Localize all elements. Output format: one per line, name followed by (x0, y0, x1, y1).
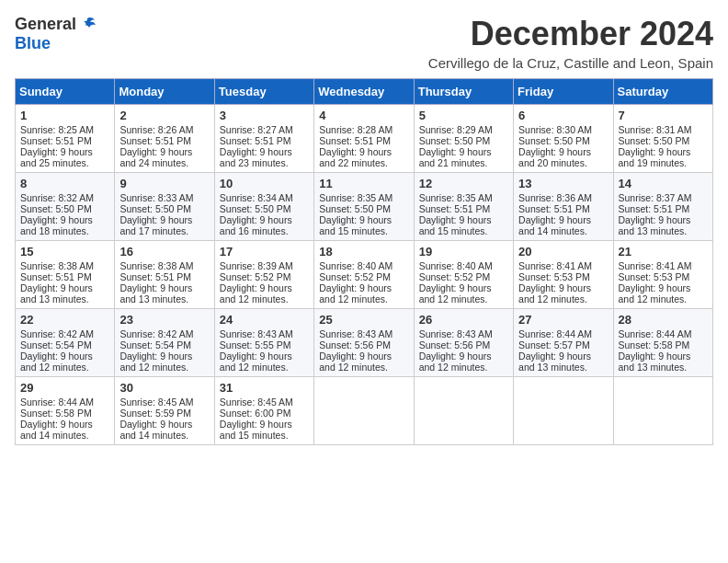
calendar-table: SundayMondayTuesdayWednesdayThursdayFrid… (15, 78, 713, 445)
daylight-label: Daylight: 9 hours and 15 minutes. (319, 214, 392, 236)
calendar-cell: 13 Sunrise: 8:36 AM Sunset: 5:51 PM Dayl… (514, 173, 613, 241)
day-number: 6 (518, 109, 608, 122)
day-number: 28 (619, 313, 708, 327)
sunrise-label: Sunrise: 8:32 AM (20, 192, 94, 203)
calendar-cell: 1 Sunrise: 8:25 AM Sunset: 5:51 PM Dayli… (16, 105, 115, 173)
sunset-label: Sunset: 6:00 PM (220, 408, 291, 419)
calendar-cell: 22 Sunrise: 8:42 AM Sunset: 5:54 PM Dayl… (16, 309, 115, 377)
calendar-cell: 17 Sunrise: 8:39 AM Sunset: 5:52 PM Dayl… (214, 241, 313, 309)
daylight-label: Daylight: 9 hours and 12 minutes. (319, 282, 392, 304)
logo: General Blue (15, 15, 97, 53)
logo-general: General (15, 15, 76, 34)
calendar-cell: 23 Sunrise: 8:42 AM Sunset: 5:54 PM Dayl… (115, 309, 214, 377)
day-number: 19 (419, 245, 508, 259)
calendar-cell: 8 Sunrise: 8:32 AM Sunset: 5:50 PM Dayli… (16, 173, 115, 241)
day-number: 22 (20, 313, 109, 327)
sunset-label: Sunset: 5:52 PM (319, 271, 391, 282)
day-number: 31 (220, 381, 309, 395)
calendar-cell (613, 377, 712, 445)
sunset-label: Sunset: 5:50 PM (518, 135, 590, 146)
day-number: 25 (319, 313, 408, 327)
sunrise-label: Sunrise: 8:41 AM (619, 260, 692, 271)
calendar-cell: 29 Sunrise: 8:44 AM Sunset: 5:58 PM Dayl… (16, 377, 115, 445)
daylight-label: Daylight: 9 hours and 22 minutes. (319, 146, 392, 168)
title-block: December 2024 Cervillego de la Cruz, Cas… (428, 15, 713, 71)
day-number: 7 (619, 109, 708, 122)
sunrise-label: Sunrise: 8:39 AM (220, 260, 293, 271)
sunset-label: Sunset: 5:57 PM (518, 339, 590, 350)
daylight-label: Daylight: 9 hours and 12 minutes. (220, 350, 292, 373)
sunrise-label: Sunrise: 8:41 AM (518, 260, 592, 271)
day-number: 12 (419, 177, 508, 190)
sunrise-label: Sunrise: 8:28 AM (319, 124, 392, 135)
day-number: 5 (419, 109, 508, 122)
sunrise-label: Sunrise: 8:42 AM (119, 328, 193, 339)
daylight-label: Daylight: 9 hours and 23 minutes. (220, 146, 292, 168)
day-number: 14 (619, 177, 708, 190)
day-number: 10 (220, 177, 309, 190)
calendar-week-row: 15 Sunrise: 8:38 AM Sunset: 5:51 PM Dayl… (16, 241, 713, 309)
calendar-weekday-header: Monday (115, 79, 214, 105)
sunset-label: Sunset: 5:51 PM (319, 135, 391, 146)
day-number: 9 (119, 177, 209, 190)
day-number: 24 (220, 313, 309, 327)
sunrise-label: Sunrise: 8:43 AM (419, 328, 493, 339)
daylight-label: Daylight: 9 hours and 12 minutes. (619, 282, 691, 304)
daylight-label: Daylight: 9 hours and 21 minutes. (419, 146, 492, 168)
daylight-label: Daylight: 9 hours and 12 minutes. (419, 282, 492, 304)
calendar-cell: 28 Sunrise: 8:44 AM Sunset: 5:58 PM Dayl… (613, 309, 712, 377)
daylight-label: Daylight: 9 hours and 12 minutes. (518, 282, 591, 304)
calendar-week-row: 22 Sunrise: 8:42 AM Sunset: 5:54 PM Dayl… (16, 309, 713, 377)
sunrise-label: Sunrise: 8:38 AM (20, 260, 94, 271)
daylight-label: Daylight: 9 hours and 13 minutes. (619, 214, 691, 236)
sunset-label: Sunset: 5:51 PM (220, 135, 291, 146)
calendar-cell: 26 Sunrise: 8:43 AM Sunset: 5:56 PM Dayl… (414, 309, 513, 377)
sunrise-label: Sunrise: 8:42 AM (20, 328, 94, 339)
sunset-label: Sunset: 5:56 PM (319, 339, 391, 350)
daylight-label: Daylight: 9 hours and 14 minutes. (20, 419, 93, 441)
sunrise-label: Sunrise: 8:34 AM (220, 192, 293, 203)
sunrise-label: Sunrise: 8:27 AM (220, 124, 293, 135)
sunset-label: Sunset: 5:52 PM (220, 271, 291, 282)
sunset-label: Sunset: 5:54 PM (20, 339, 92, 350)
calendar-cell (314, 377, 414, 445)
sunset-label: Sunset: 5:51 PM (518, 203, 590, 214)
calendar-weekday-header: Thursday (414, 79, 513, 105)
daylight-label: Daylight: 9 hours and 25 minutes. (20, 146, 93, 168)
day-number: 18 (319, 245, 408, 259)
sunrise-label: Sunrise: 8:33 AM (119, 192, 193, 203)
sunrise-label: Sunrise: 8:45 AM (220, 396, 293, 408)
sunrise-label: Sunrise: 8:44 AM (619, 328, 692, 339)
sunrise-label: Sunrise: 8:29 AM (419, 124, 493, 135)
day-number: 17 (220, 245, 309, 259)
page-header: General Blue December 2024 Cervillego de… (15, 15, 713, 71)
day-number: 13 (518, 177, 608, 190)
sunset-label: Sunset: 5:54 PM (119, 339, 191, 350)
calendar-weekday-header: Saturday (613, 79, 712, 105)
logo-bird-icon (78, 16, 97, 34)
daylight-label: Daylight: 9 hours and 14 minutes. (518, 214, 591, 236)
sunset-label: Sunset: 5:56 PM (419, 339, 491, 350)
calendar-cell: 16 Sunrise: 8:38 AM Sunset: 5:51 PM Dayl… (115, 241, 214, 309)
calendar-cell: 24 Sunrise: 8:43 AM Sunset: 5:55 PM Dayl… (214, 309, 313, 377)
sunrise-label: Sunrise: 8:35 AM (319, 192, 392, 203)
sunset-label: Sunset: 5:55 PM (220, 339, 291, 350)
sunset-label: Sunset: 5:51 PM (20, 135, 92, 146)
sunset-label: Sunset: 5:50 PM (220, 203, 291, 214)
calendar-cell: 14 Sunrise: 8:37 AM Sunset: 5:51 PM Dayl… (613, 173, 712, 241)
sunset-label: Sunset: 5:50 PM (619, 135, 690, 146)
day-number: 27 (518, 313, 608, 327)
calendar-cell: 9 Sunrise: 8:33 AM Sunset: 5:50 PM Dayli… (115, 173, 214, 241)
month-title: December 2024 (428, 15, 713, 53)
daylight-label: Daylight: 9 hours and 13 minutes. (518, 350, 591, 373)
sunrise-label: Sunrise: 8:44 AM (20, 396, 94, 408)
day-number: 4 (319, 109, 408, 122)
daylight-label: Daylight: 9 hours and 12 minutes. (319, 350, 392, 373)
daylight-label: Daylight: 9 hours and 12 minutes. (220, 282, 292, 304)
calendar-week-row: 8 Sunrise: 8:32 AM Sunset: 5:50 PM Dayli… (16, 173, 713, 241)
sunrise-label: Sunrise: 8:31 AM (619, 124, 692, 135)
logo-blue: Blue (15, 34, 51, 53)
daylight-label: Daylight: 9 hours and 15 minutes. (419, 214, 492, 236)
daylight-label: Daylight: 9 hours and 16 minutes. (220, 214, 292, 236)
daylight-label: Daylight: 9 hours and 12 minutes. (419, 350, 492, 373)
